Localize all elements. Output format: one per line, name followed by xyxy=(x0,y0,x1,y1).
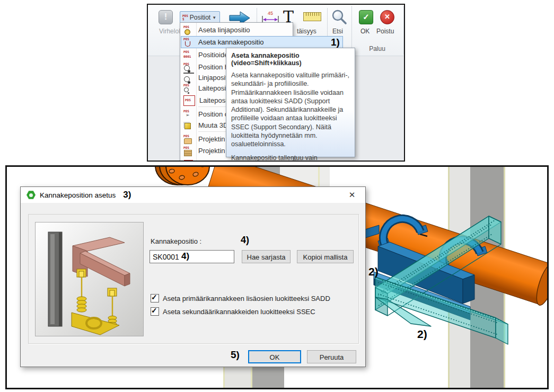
ssec-checkbox-row[interactable]: Aseta sekundäärikannakkeiden luokitteeks… xyxy=(151,307,315,316)
hae-sarjasta-button[interactable]: Hae sarjasta xyxy=(242,250,291,263)
annotation-step-3: 3) xyxy=(123,190,131,200)
svg-text:45: 45 xyxy=(268,11,273,16)
model-view-screenshot: 2) 2) Kannakeposition asetus 3) ✕ xyxy=(5,165,549,389)
sadd-checkbox-row[interactable]: Aseta primäärikannakkeen lisäosien luoki… xyxy=(151,294,330,302)
position-search-icon xyxy=(183,63,194,72)
close-icon[interactable]: ✕ xyxy=(344,189,360,201)
ok-button[interactable]: OK xyxy=(248,350,301,363)
annotation-step-4-label: 4) xyxy=(241,235,249,246)
chevron-down-icon: ▼ xyxy=(212,15,216,20)
ribbon-screenshot: ! Virheloki POS§ Positiot ▼ 45 T täisyys… xyxy=(147,4,405,162)
plant-app-icon xyxy=(27,191,36,200)
kopioi-mallista-button[interactable]: Kopioi mallista xyxy=(297,250,354,263)
line-search-icon xyxy=(183,73,194,83)
linjapositio-icon xyxy=(183,25,194,35)
kannakeposition-asetus-dialog: Kannakeposition asetus 3) ✕ xyxy=(20,186,366,367)
search-label: Etsi xyxy=(332,28,343,35)
cancel-button[interactable]: Peruuta xyxy=(307,350,356,363)
ruler-icon[interactable] xyxy=(303,12,321,21)
tooltip-body-1: Aseta kannakepositio valituille primääri… xyxy=(231,71,350,148)
exit-icon[interactable]: ✕ xyxy=(380,10,394,24)
return-group-label: Paluu xyxy=(351,45,403,52)
dialog-title-bar[interactable]: Kannakeposition asetus 3) xyxy=(21,187,365,203)
preview-steel-channel xyxy=(48,232,62,326)
exit-label: Poistu xyxy=(376,28,394,35)
menu-item-linjapositio[interactable]: Aseta linjapositio xyxy=(181,24,292,35)
ssec-checkbox-label: Aseta sekundäärikannakkeiden luokitteeks… xyxy=(163,308,315,316)
ok-check-icon[interactable]: ✓ xyxy=(359,10,373,24)
annotation-step-2-lower: 2) xyxy=(417,328,427,341)
sadd-checkbox[interactable] xyxy=(151,294,159,302)
pos-icon: POS§ xyxy=(182,14,188,21)
distance-label: täisyys xyxy=(297,28,316,35)
annotation-step-2-upper: 2) xyxy=(368,265,379,278)
project-list-icon xyxy=(183,146,194,156)
device-position-zoom-icon xyxy=(183,84,194,93)
sadd-checkbox-label: Aseta primäärikannakkeen lisäosien luoki… xyxy=(163,295,330,302)
annotation-step-4-input: 4) xyxy=(181,251,189,262)
tooltip-title: Aseta kannakepositio (video=Shift+klikka… xyxy=(231,52,350,67)
annotation-step-1: 1) xyxy=(331,37,340,48)
search-icon[interactable] xyxy=(331,9,348,26)
change-3d-icon xyxy=(183,121,194,130)
table-icon xyxy=(183,158,194,162)
kannakepositio-tooltip: Aseta kannakepositio (video=Shift+klikka… xyxy=(226,48,355,157)
position-cursor-icon xyxy=(183,110,194,119)
ssec-checkbox[interactable] xyxy=(151,307,159,316)
device-position-icon xyxy=(183,95,195,106)
dialog-title: Kannakeposition asetus xyxy=(40,191,116,199)
kannakepositio-icon xyxy=(183,38,194,47)
error-log-icon[interactable]: ! xyxy=(159,10,173,24)
kannakepositio-input[interactable] xyxy=(150,250,234,263)
project-folder-icon xyxy=(183,135,194,144)
positiot-label: Positiot xyxy=(190,14,210,21)
annotation-step-5: 5) xyxy=(231,349,240,361)
menu-item-kannakepositio[interactable]: Aseta kannakepositio 1) xyxy=(181,36,343,48)
kannakepositio-field-label: Kannakepositio : xyxy=(151,237,201,245)
support-preview-image xyxy=(35,222,144,336)
tooltip-body-2: Kannakepositio tallentuu vain mallitiedo… xyxy=(231,154,350,162)
positioiden-icon xyxy=(183,50,194,60)
ok-label: OK xyxy=(360,28,370,35)
pipe-flange xyxy=(155,167,209,185)
